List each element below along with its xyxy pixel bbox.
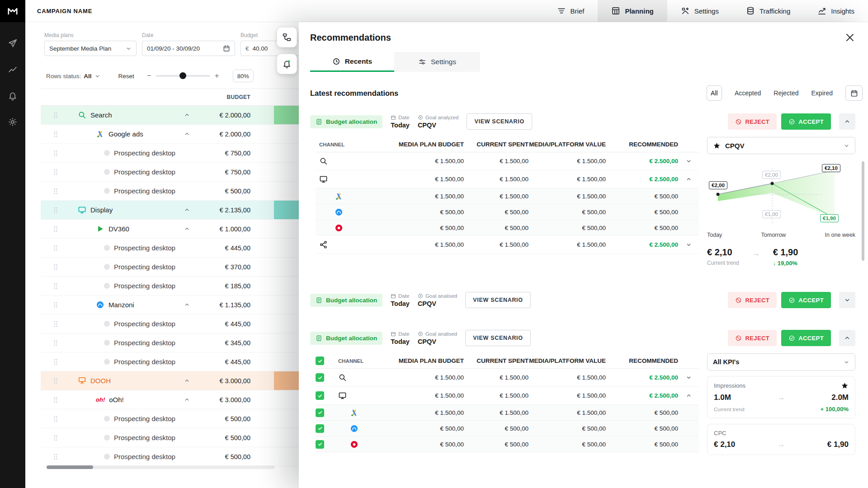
plan-row[interactable]: Prospecting desktop€ 185,00 xyxy=(41,277,299,296)
plan-row[interactable]: Prospecting desktop€ 445,00 xyxy=(41,352,299,371)
recommendations-flow-button[interactable] xyxy=(277,27,297,47)
reject-button[interactable]: REJECT xyxy=(728,330,777,346)
drag-handle-icon[interactable] xyxy=(52,320,68,328)
filter-pill-accepted[interactable]: Accepted xyxy=(735,89,761,97)
drag-handle-icon[interactable] xyxy=(52,130,68,138)
row-collapse-icon[interactable] xyxy=(179,131,194,137)
collapse-card-button[interactable] xyxy=(839,113,855,130)
plan-row[interactable]: Prospecting desktop€ 750,00 xyxy=(41,163,299,182)
row-checkbox[interactable] xyxy=(316,391,335,400)
zoom-in-button[interactable]: + xyxy=(215,71,219,80)
drag-handle-icon[interactable] xyxy=(52,434,68,442)
reject-button[interactable]: REJECT xyxy=(728,292,777,308)
plan-row[interactable]: DOOH€ 3.000,00 xyxy=(41,371,299,390)
nav-trafficking[interactable]: Trafficking xyxy=(732,0,804,22)
send-icon[interactable] xyxy=(8,38,18,48)
chart-icon[interactable] xyxy=(8,65,18,75)
gear-icon[interactable] xyxy=(8,117,18,127)
drag-handle-icon[interactable] xyxy=(52,263,68,271)
app-logo[interactable] xyxy=(0,0,25,22)
date-range-input[interactable]: 01/09/20 - 30/09/20 xyxy=(142,41,235,56)
view-scenario-button[interactable]: VIEW SCENARIO xyxy=(465,330,531,346)
drag-handle-icon[interactable] xyxy=(52,396,68,404)
plan-row[interactable]: oh!oOh!€ 3.000,00 xyxy=(41,390,299,409)
plan-row[interactable]: Search€ 2.000,00 xyxy=(41,106,299,125)
drag-handle-icon[interactable] xyxy=(52,187,68,195)
accept-button[interactable]: ACCEPT xyxy=(781,113,831,130)
tab-settings[interactable]: Settings xyxy=(394,52,480,72)
bell-icon[interactable] xyxy=(8,91,18,101)
drag-handle-icon[interactable] xyxy=(52,149,68,157)
plan-row[interactable]: Prospecting desktop€ 500,00 xyxy=(41,447,299,466)
plan-row[interactable]: Prospecting desktop€ 370,00 xyxy=(41,258,299,277)
drag-handle-icon[interactable] xyxy=(52,225,68,233)
plan-row[interactable]: Prospecting desktop€ 445,00 xyxy=(41,239,299,258)
view-scenario-button[interactable]: VIEW SCENARIO xyxy=(465,292,531,308)
plan-row[interactable]: DV360€ 1.000,00 xyxy=(41,220,299,239)
expand-card-button[interactable] xyxy=(839,292,855,308)
accept-button[interactable]: ACCEPT xyxy=(781,292,831,308)
plan-row[interactable]: Google ads€ 2.000,00 xyxy=(41,125,299,144)
rows-status-dropdown[interactable]: Rows status: All xyxy=(46,73,100,80)
accept-button[interactable]: ACCEPT xyxy=(781,330,831,346)
row-expand-toggle[interactable] xyxy=(678,393,699,399)
reset-button[interactable]: Reset xyxy=(118,73,134,80)
filter-pill-rejected[interactable]: Rejected xyxy=(774,89,798,97)
drag-handle-icon[interactable] xyxy=(52,358,68,366)
plan-row[interactable]: Prospecting desktop€ 500,00 xyxy=(41,428,299,447)
plan-row[interactable]: Prospecting desktop€ 500,00 xyxy=(41,409,299,428)
overlay-scrollbar[interactable] xyxy=(862,161,864,261)
row-checkbox[interactable] xyxy=(316,440,335,449)
row-checkbox[interactable] xyxy=(316,373,335,382)
media-plans-select[interactable]: September Media Plan xyxy=(44,41,137,56)
row-checkbox[interactable] xyxy=(316,408,335,417)
plan-row[interactable]: Manzoni€ 1.135,00 xyxy=(41,296,299,314)
nav-settings[interactable]: Settings xyxy=(667,0,732,22)
star-icon[interactable] xyxy=(841,382,849,389)
all-kpis-selector[interactable]: All KPI's xyxy=(707,353,855,371)
nav-brief[interactable]: Brief xyxy=(543,0,598,22)
nav-insights[interactable]: Insights xyxy=(804,0,868,22)
drag-handle-icon[interactable] xyxy=(52,339,68,347)
filter-pill-expired[interactable]: Expired xyxy=(811,89,833,97)
plan-row[interactable]: Display€ 2.135,00 xyxy=(41,201,299,220)
notifications-button[interactable] xyxy=(277,54,297,74)
date-filter-button[interactable] xyxy=(845,85,863,101)
drag-handle-icon[interactable] xyxy=(52,111,68,119)
zoom-slider[interactable] xyxy=(156,75,210,77)
row-collapse-icon[interactable] xyxy=(179,207,194,213)
plan-row[interactable]: Prospecting desktop€ 750,00 xyxy=(41,144,299,163)
row-collapse-icon[interactable] xyxy=(179,112,194,118)
row-collapse-icon[interactable] xyxy=(179,378,194,384)
drag-handle-icon[interactable] xyxy=(52,282,68,290)
drag-handle-icon[interactable] xyxy=(52,377,68,385)
nav-planning[interactable]: Planning xyxy=(598,0,667,22)
close-icon[interactable] xyxy=(844,32,855,43)
row-expand-toggle[interactable] xyxy=(678,242,699,248)
plan-row[interactable]: Prospecting desktop€ 500,00 xyxy=(41,182,299,201)
horizontal-scrollbar[interactable] xyxy=(47,465,274,469)
drag-handle-icon[interactable] xyxy=(52,244,68,252)
view-scenario-button[interactable]: VIEW SCENARIO xyxy=(467,113,532,130)
reject-button[interactable]: REJECT xyxy=(728,113,777,130)
row-expand-toggle[interactable] xyxy=(678,158,699,164)
row-collapse-icon[interactable] xyxy=(179,397,194,403)
row-expand-toggle[interactable] xyxy=(678,375,699,380)
scrollbar-thumb[interactable] xyxy=(47,465,93,469)
drag-handle-icon[interactable] xyxy=(52,206,68,214)
row-collapse-icon[interactable] xyxy=(179,302,194,308)
drag-handle-icon[interactable] xyxy=(52,301,68,309)
select-all-checkbox[interactable] xyxy=(316,357,335,365)
row-checkbox[interactable] xyxy=(316,424,335,433)
zoom-out-button[interactable]: − xyxy=(147,71,151,80)
tab-recents[interactable]: Recents xyxy=(310,52,394,72)
zoom-slider-knob[interactable] xyxy=(179,72,186,79)
row-expand-toggle[interactable] xyxy=(678,176,699,182)
plan-row[interactable]: Prospecting desktop€ 445,00 xyxy=(41,314,299,333)
filter-pill-all[interactable]: All xyxy=(707,85,722,101)
drag-handle-icon[interactable] xyxy=(52,168,68,176)
row-collapse-icon[interactable] xyxy=(179,226,194,232)
drag-handle-icon[interactable] xyxy=(52,453,68,461)
drag-handle-icon[interactable] xyxy=(52,415,68,423)
plan-row[interactable]: Prospecting desktop€ 345,00 xyxy=(41,333,299,352)
